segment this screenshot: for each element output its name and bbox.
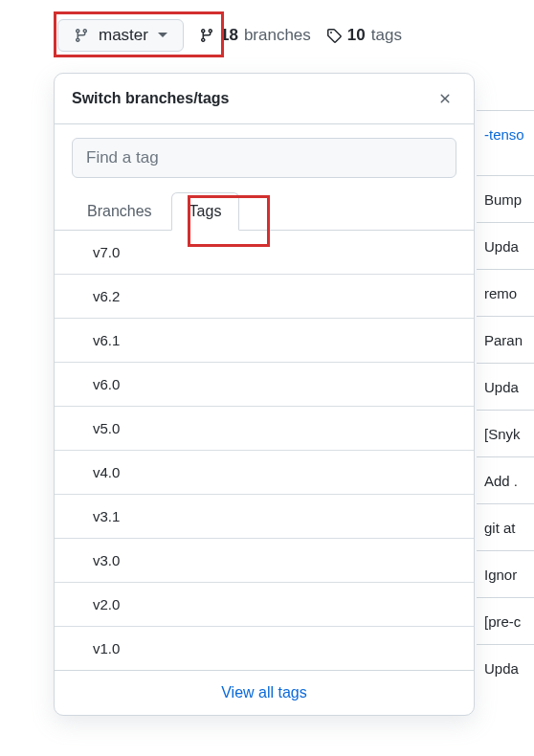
popover-footer: View all tags <box>55 670 474 715</box>
tags-label: tags <box>371 26 402 45</box>
background-row: Upda <box>477 363 534 410</box>
tab-tags[interactable]: Tags <box>171 192 240 231</box>
tag-item[interactable]: v4.0 <box>55 451 474 495</box>
tags-link[interactable]: 10 tags <box>326 26 402 45</box>
tag-item[interactable]: v2.0 <box>55 583 474 627</box>
branch-tag-popover: Switch branches/tags Branches Tags v7.0v… <box>54 73 475 716</box>
tag-item[interactable]: v7.0 <box>55 231 474 275</box>
background-row: Upda <box>477 222 534 269</box>
search-wrapper <box>55 124 474 191</box>
caret-down-icon <box>158 33 167 38</box>
branch-icon <box>199 28 214 43</box>
close-button[interactable] <box>434 87 456 110</box>
branches-link[interactable]: 18 branches <box>199 26 311 45</box>
tag-search-input[interactable] <box>72 138 456 178</box>
background-row: Bump <box>477 175 534 222</box>
tag-item[interactable]: v6.0 <box>55 363 474 407</box>
tag-list: v7.0v6.2v6.1v6.0v5.0v4.0v3.1v3.0v2.0v1.0 <box>55 231 474 670</box>
background-row: Add . <box>477 456 534 503</box>
view-all-tags-link[interactable]: View all tags <box>221 684 307 700</box>
branch-icon <box>74 28 89 43</box>
popover-header: Switch branches/tags <box>55 74 474 124</box>
branches-label: branches <box>244 26 311 45</box>
popover-title: Switch branches/tags <box>72 90 230 107</box>
branches-count: 18 <box>220 26 238 45</box>
background-row: git at <box>477 503 534 550</box>
tag-item[interactable]: v6.2 <box>55 275 474 319</box>
background-row: Upda <box>477 644 534 691</box>
tag-icon <box>326 28 342 43</box>
background-row: [Snyk <box>477 410 534 456</box>
tag-item[interactable]: v3.0 <box>55 539 474 583</box>
close-icon <box>437 91 453 106</box>
background-row: [pre-c <box>477 597 534 644</box>
branch-select-button[interactable]: master <box>57 19 184 52</box>
tab-branches[interactable]: Branches <box>70 192 169 231</box>
tag-item[interactable]: v1.0 <box>55 627 474 670</box>
branch-label: master <box>99 26 148 45</box>
background-row: Paran <box>477 316 534 363</box>
background-row: remo <box>477 269 534 316</box>
background-row: Ignor <box>477 550 534 597</box>
top-controls: master 18 branches 10 tags <box>0 0 534 71</box>
tag-item[interactable]: v3.1 <box>55 495 474 539</box>
tabs: Branches Tags <box>55 191 474 231</box>
background-row: -tenso <box>477 110 534 157</box>
tag-item[interactable]: v5.0 <box>55 407 474 451</box>
tag-item[interactable]: v6.1 <box>55 319 474 363</box>
tags-count: 10 <box>347 26 366 45</box>
